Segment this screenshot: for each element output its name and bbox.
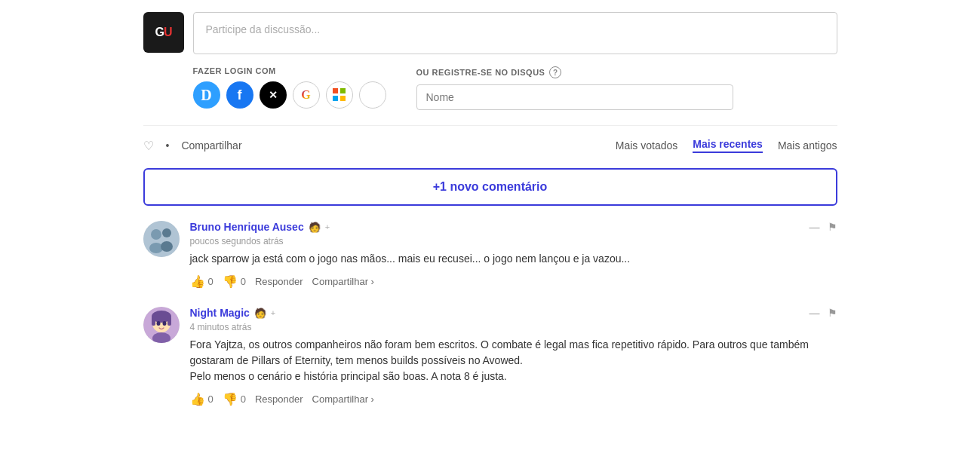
sort-oldest[interactable]: Mais antigos <box>778 139 837 152</box>
comment-share-button[interactable]: Compartilhar › <box>312 276 374 287</box>
svg-point-2 <box>149 243 163 253</box>
user-plus-icon: + <box>271 308 275 317</box>
disqus-login-button[interactable]: D <box>193 81 220 109</box>
reply-button[interactable]: Responder <box>255 276 303 287</box>
upvote-count: 0 <box>208 393 214 405</box>
bullet-dot: • <box>166 139 170 152</box>
thumbs-down-icon: 👎 <box>223 274 238 289</box>
minimize-button[interactable]: — <box>809 307 820 319</box>
thumbs-up-icon: 👍 <box>190 274 205 289</box>
google-login-button[interactable]: G <box>293 81 320 109</box>
google-icon: G <box>301 88 310 102</box>
sort-bar: ♡ • Compartilhar Mais votados Mais recen… <box>143 135 837 156</box>
minimize-button[interactable]: — <box>809 221 820 233</box>
user-badge-icon: 🧑 <box>254 308 266 319</box>
facebook-login-button[interactable]: f <box>226 81 253 109</box>
svg-rect-0 <box>143 221 180 257</box>
upvote-button[interactable]: 👍 0 <box>190 392 214 406</box>
flag-button[interactable]: ⚑ <box>828 307 837 319</box>
downvote-button[interactable]: 👎 0 <box>223 392 246 406</box>
avatar <box>143 307 180 343</box>
comment-item: Bruno Henrique Ausec 🧑 + — ⚑ poucos segu… <box>143 221 837 289</box>
comment-share-button[interactable]: Compartilhar › <box>312 393 374 405</box>
upvote-count: 0 <box>208 276 214 287</box>
register-help-icon[interactable]: ? <box>549 66 561 78</box>
microsoft-login-button[interactable] <box>326 81 353 109</box>
avatar <box>143 221 180 257</box>
heart-button[interactable]: ♡ <box>143 139 154 153</box>
share-link[interactable]: Compartilhar <box>181 139 241 152</box>
site-logo: GU <box>143 12 184 53</box>
svg-point-11 <box>162 321 166 326</box>
section-divider <box>143 125 837 126</box>
svg-rect-9 <box>167 317 171 326</box>
thumbs-down-icon: 👎 <box>223 392 238 406</box>
login-label: FAZER LOGIN COM <box>193 66 386 75</box>
comment-text: jack sparrow ja está com o jogo nas mãos… <box>190 251 837 267</box>
name-input[interactable] <box>416 84 733 110</box>
register-label: OU REGISTRE-SE NO DISQUS ? <box>416 66 733 78</box>
comment-item: Night Magic 🧑 + — ⚑ 4 minutos atrás Fora… <box>143 307 837 406</box>
facebook-icon: f <box>238 87 242 103</box>
svg-point-10 <box>156 321 160 326</box>
downvote-button[interactable]: 👎 0 <box>223 274 246 289</box>
sort-most-recent[interactable]: Mais recentes <box>693 138 763 153</box>
comment-author[interactable]: Bruno Henrique Ausec <box>190 221 304 233</box>
user-badge-icon: 🧑 <box>309 222 321 233</box>
reply-button[interactable]: Responder <box>255 393 303 405</box>
svg-point-4 <box>161 241 173 252</box>
comment-text: Fora Yajtza, os outros companheiros não … <box>190 337 837 384</box>
user-plus-icon: + <box>325 222 330 231</box>
twitter-login-button[interactable]: ✕ <box>260 81 287 109</box>
comment-time: 4 minutos atrás <box>190 322 837 332</box>
comment-input[interactable]: Participe da discussão... <box>193 12 837 54</box>
svg-rect-8 <box>152 317 155 326</box>
disqus-icon: D <box>201 87 211 104</box>
svg-point-3 <box>162 228 171 237</box>
downvote-count: 0 <box>241 276 246 287</box>
comment-time: poucos segundos atrás <box>190 236 837 246</box>
svg-point-1 <box>151 229 161 240</box>
sort-most-voted[interactable]: Mais votados <box>616 139 677 152</box>
thumbs-up-icon: 👍 <box>190 392 205 406</box>
downvote-count: 0 <box>241 393 246 405</box>
microsoft-icon <box>333 88 346 102</box>
upvote-button[interactable]: 👍 0 <box>190 274 214 289</box>
flag-button[interactable]: ⚑ <box>828 221 837 233</box>
apple-login-button[interactable] <box>359 81 386 109</box>
new-comment-button[interactable]: +1 novo comentário <box>143 168 837 206</box>
comment-author[interactable]: Night Magic <box>190 307 250 319</box>
twitter-x-icon: ✕ <box>269 89 278 101</box>
